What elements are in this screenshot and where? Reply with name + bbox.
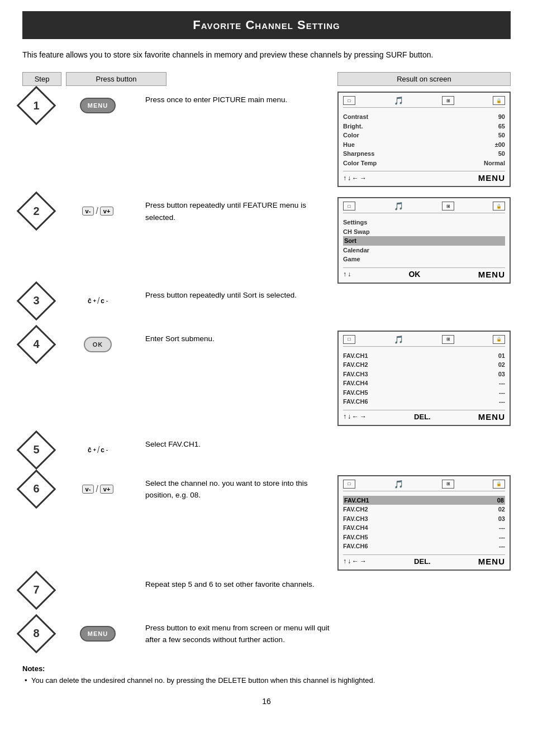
screen-icon-lock-6: 🔒 <box>493 480 505 489</box>
vplus-button[interactable]: v+ <box>100 207 114 216</box>
result-area-1: □ 🎵 ⊞ 🔒 Contrast90 Bright.65 Color50 Hue… <box>337 92 511 187</box>
ch-up-button-5[interactable]: ĉ+ <box>88 446 96 454</box>
screen-icon-clock-2: ⊞ <box>442 202 454 210</box>
button-area-1: MENU <box>61 92 134 119</box>
nav-del-label-6: DEL. <box>414 557 431 566</box>
step-number-8: 8 <box>22 620 50 648</box>
slash-sep-3: / <box>97 296 99 306</box>
screen-icon-clock-6: ⊞ <box>442 480 454 489</box>
step-description-4: Enter Sort submenu. <box>145 331 332 345</box>
nav-menu-label-6: MENU <box>478 557 505 566</box>
screen-icon-clock-4: ⊞ <box>442 335 454 344</box>
nav-menu-label-2: MENU <box>478 270 505 279</box>
step-number-7: 7 <box>22 576 50 604</box>
step-number-6: 6 <box>22 475 50 503</box>
slash-sep-2: / <box>96 206 98 216</box>
slash-sep-6: / <box>96 484 98 494</box>
button-area-3: ĉ+ / c- <box>61 287 134 315</box>
screen-icon-tv-4: □ <box>343 335 355 344</box>
screen-icon-lock-4: 🔒 <box>493 335 505 344</box>
step-description-1: Press once to enter PICTURE main menu. <box>145 92 332 106</box>
header-result: Result on screen <box>337 72 511 86</box>
step-row-2: 2 v- / v+ Press button repeatedly until … <box>22 197 511 284</box>
menu-button-1[interactable]: MENU <box>80 98 116 113</box>
header-step: Step <box>22 72 61 86</box>
screen-icon-film: 🎵 <box>394 96 403 105</box>
menu-button-8[interactable]: MENU <box>80 626 116 642</box>
nav-del-label-4: DEL. <box>414 413 431 421</box>
button-area-4: OK <box>61 331 134 358</box>
button-area-2: v- / v+ <box>61 197 134 225</box>
step-row-4: 4 OK Enter Sort submenu. □ 🎵 ⊞ 🔒 FAV.CH1… <box>22 331 511 426</box>
result-area-4: □ 🎵 ⊞ 🔒 FAV.CH101 FAV.CH202 FAV.CH303 FA… <box>337 331 511 426</box>
ok-button[interactable]: OK <box>84 337 112 352</box>
step-number-2: 2 <box>22 197 50 225</box>
screen-icon-tv: □ <box>343 96 355 105</box>
step-row-8: 8 MENU Press button to exit menu from sc… <box>22 620 511 653</box>
notes-item-1: You can delete the undesired channel no.… <box>22 675 511 686</box>
vplus-button-6[interactable]: v+ <box>100 485 114 494</box>
step-description-5: Select FAV.CH1. <box>145 436 337 451</box>
step-number-5: 5 <box>22 436 50 464</box>
ch-down-button[interactable]: c- <box>101 297 108 305</box>
nav-arrows-1: ↑↓←→ <box>343 174 367 182</box>
page-number: 16 <box>22 697 511 706</box>
screen-icon-tv-6: □ <box>343 480 355 489</box>
notes-title: Notes: <box>22 664 511 673</box>
screen-icon-clock: ⊞ <box>442 96 454 105</box>
screen-icon-film-4: 🎵 <box>394 335 403 344</box>
nav-ok-label-2: OK <box>408 270 420 279</box>
nav-arrows-2: ↑↓ <box>343 270 351 278</box>
column-headers: Step Press button Result on screen <box>22 72 511 86</box>
step-description-6: Select the channel no. you want to store… <box>145 475 332 501</box>
nav-arrows-6: ↑↓←→ <box>343 557 367 565</box>
nav-menu-label-4: MENU <box>478 412 505 422</box>
vminus-button-6[interactable]: v- <box>82 485 94 494</box>
step-description-8: Press button to exit menu from screen or… <box>145 620 337 646</box>
nav-menu-label-1: MENU <box>478 173 505 183</box>
screen-icon-lock: 🔒 <box>493 96 505 105</box>
vminus-button[interactable]: v- <box>82 207 94 216</box>
notes-section: Notes: You can delete the undesired chan… <box>22 664 511 686</box>
step-row-3: 3 ĉ+ / c- Press button repeatedly until … <box>22 287 511 320</box>
header-press: Press button <box>66 72 166 86</box>
step-row-7: 7 Repeat step 5 and 6 to set other favor… <box>22 576 511 610</box>
step-row-6: 6 v- / v+ Select the channel no. you wan… <box>22 475 511 571</box>
step-number-3: 3 <box>22 287 50 315</box>
button-area-6: v- / v+ <box>61 475 134 503</box>
screen-icon-film-6: 🎵 <box>394 480 403 489</box>
step-row-1: 1 MENU Press once to enter PICTURE main … <box>22 92 511 187</box>
ch-up-button[interactable]: ĉ+ <box>88 297 96 305</box>
screen-icon-tv-2: □ <box>343 202 355 210</box>
button-area-7 <box>61 576 134 604</box>
step-number-4: 4 <box>22 331 50 358</box>
button-area-8: MENU <box>61 620 134 648</box>
step-description-3: Press button repeatedly until Sort is se… <box>145 287 337 302</box>
page-title: Favorite Channel Setting <box>193 18 340 32</box>
step-description-7: Repeat step 5 and 6 to set other favorit… <box>145 576 337 591</box>
step-number-1: 1 <box>22 92 50 119</box>
screen-icon-film-2: 🎵 <box>394 202 403 210</box>
step-row-5: 5 ĉ+ / c- Select FAV.CH1. <box>22 436 511 470</box>
slash-sep-5: / <box>97 445 99 455</box>
result-area-2: □ 🎵 ⊞ 🔒 Settings CH Swap Sort Calendar G… <box>337 197 511 284</box>
title-bar: Favorite Channel Setting <box>22 11 511 39</box>
intro-text: This feature allows you to store six fav… <box>22 49 511 61</box>
ch-down-button-5[interactable]: c- <box>101 446 108 454</box>
screen-icon-lock-2: 🔒 <box>493 202 505 210</box>
nav-arrows-4: ↑↓←→ <box>343 413 367 420</box>
button-area-5: ĉ+ / c- <box>61 436 134 464</box>
result-area-6: □ 🎵 ⊞ 🔒 FAV.CH108 FAV.CH202 FAV.CH303 FA… <box>337 475 511 571</box>
step-description-2: Press button repeatedly until FEATURE me… <box>145 197 332 223</box>
